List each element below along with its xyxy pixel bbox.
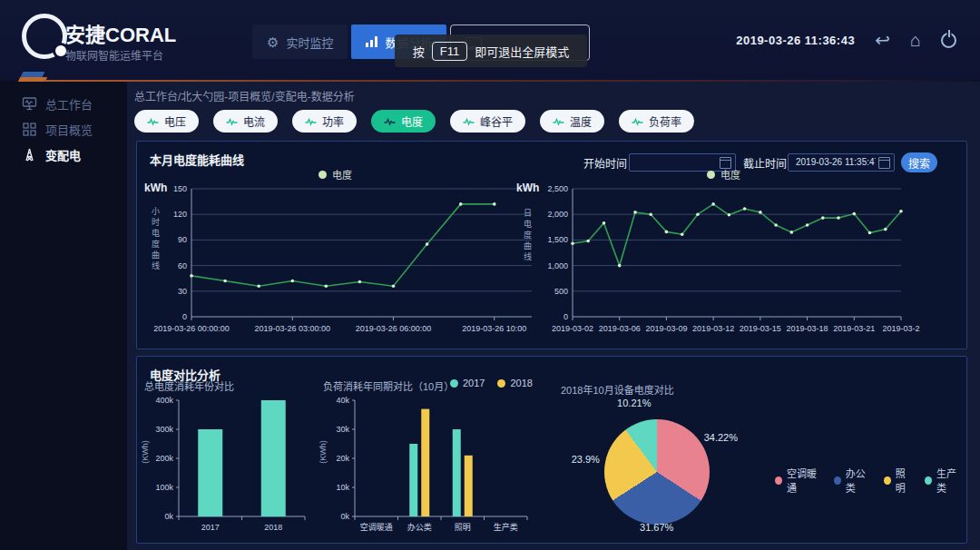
calendar-icon[interactable] <box>878 157 890 169</box>
sidebar-item-projects[interactable]: 项目概览 <box>0 116 127 142</box>
toast-suffix: 即可退出全屏模式 <box>475 43 569 60</box>
toast-prefix: 按 <box>413 43 425 60</box>
workbench-monitor-icon <box>22 96 37 112</box>
device-pie-chart: 空调暖通办公类照明生产类 34.22%31.67%23.9%10.21% <box>550 393 963 536</box>
datetime-display: 2019-03-26 11:36:43 <box>736 34 855 47</box>
svg-text:90: 90 <box>178 235 187 244</box>
svg-text:1,000: 1,000 <box>547 261 568 270</box>
panel-title: 本月电度能耗曲线 <box>150 151 244 168</box>
svg-text:30: 30 <box>178 287 187 296</box>
month-compare-bar-chart: 0k10k20k30k40k空调暖通办公类照明生产类 <box>314 393 541 538</box>
svg-text:30k: 30k <box>336 425 349 434</box>
svg-text:2019-03-26 06:00:00: 2019-03-26 06:00:00 <box>356 324 432 333</box>
tab-label: 电流 <box>243 113 265 129</box>
tab-label: 负荷率 <box>649 113 681 129</box>
svg-text:2019-03-09: 2019-03-09 <box>645 324 687 333</box>
sidebar-item-label: 变配电 <box>45 146 81 163</box>
pie-legend-item[interactable]: 照明 <box>884 466 913 495</box>
back-icon[interactable]: ↩ <box>875 31 890 49</box>
home-icon[interactable]: ⌂ <box>910 31 921 49</box>
svg-text:2019-03-26 03:00:00: 2019-03-26 03:00:00 <box>254 324 330 333</box>
pie-percent-label: 10.21% <box>617 398 651 408</box>
end-time-label: 截止时间 <box>743 155 787 171</box>
brand-subtitle: 物联网智能运维平台 <box>65 47 163 63</box>
pie-percent-label: 31.67% <box>640 522 673 533</box>
power-tower-icon <box>22 147 37 162</box>
tab-voltage[interactable]: 电压 <box>134 110 199 133</box>
svg-text:空调暖通: 空调暖通 <box>360 522 393 532</box>
fullscreen-toast: 按 F11 即可退出全屏模式 <box>395 34 587 67</box>
brand-logo-icon <box>22 14 67 59</box>
legend-label: 2017 <box>463 378 485 388</box>
tab-label: 电压 <box>164 113 186 129</box>
svg-text:100k: 100k <box>155 483 173 492</box>
legend-item-2018[interactable]: 2018 <box>497 378 532 388</box>
svg-text:2,000: 2,000 <box>547 210 568 219</box>
f11-key-badge: F11 <box>432 42 467 61</box>
tab-energy[interactable]: 电度 <box>371 110 436 133</box>
legend-dot <box>925 476 932 485</box>
sidebar-item-label: 项目概览 <box>45 121 93 138</box>
top-header: 安捷CORAL 物联网智能运维平台 ⚙ 实时监控 数据分析 按 F11 即可退出… <box>0 0 980 80</box>
legend-label: 办公类 <box>846 466 872 495</box>
nav-item-label: 实时监控 <box>286 34 333 51</box>
svg-text:2018: 2018 <box>264 523 282 532</box>
legend-dot <box>497 379 505 388</box>
legend-dot <box>775 476 782 485</box>
svg-text:2019-03-18: 2019-03-18 <box>787 324 828 333</box>
svg-text:150: 150 <box>173 184 187 193</box>
sidebar-item-workbench[interactable]: 总工作台 <box>0 91 127 116</box>
pulse-icon <box>632 117 643 126</box>
svg-text:2017: 2017 <box>201 523 220 532</box>
legend-label: 空调暖通 <box>787 466 822 495</box>
sidebar: 总工作台 项目概览 变配电 <box>0 82 127 550</box>
pie-legend-item[interactable]: 生产类 <box>925 466 963 495</box>
tab-peak-valley[interactable]: 峰谷平 <box>450 110 525 133</box>
svg-text:10k: 10k <box>336 483 349 492</box>
svg-text:生产类: 生产类 <box>494 522 518 532</box>
svg-text:0k: 0k <box>164 512 173 521</box>
svg-text:2019-03-02: 2019-03-02 <box>552 324 593 333</box>
pie-circle <box>604 419 710 525</box>
year-compare-bar-chart: 0k100k200k300k400k20172018 <box>137 393 314 538</box>
search-button[interactable]: 搜索 <box>901 152 937 172</box>
tab-load-rate[interactable]: 负荷率 <box>619 110 694 133</box>
app-root: 安捷CORAL 物联网智能运维平台 ⚙ 实时监控 数据分析 按 F11 即可退出… <box>0 0 980 550</box>
grid-icon <box>22 122 37 137</box>
svg-text:2019-03-21: 2019-03-21 <box>833 324 875 333</box>
tab-label: 功率 <box>322 113 344 129</box>
svg-text:0k: 0k <box>340 512 349 521</box>
legend-label: 2018 <box>510 378 532 388</box>
breadcrumb: 总工作台/北大勺园-项目概览/变配电-数据分析 <box>134 88 355 103</box>
pulse-icon <box>305 117 317 126</box>
sidebar-item-power-distribution[interactable]: 变配电 <box>0 142 127 167</box>
tab-power[interactable]: 功率 <box>292 110 357 133</box>
power-icon[interactable] <box>941 33 956 48</box>
pie-legend-item[interactable]: 空调暖通 <box>775 466 822 495</box>
pie-legend-item[interactable]: 办公类 <box>834 466 872 495</box>
nav-item-realtime[interactable]: ⚙ 实时监控 <box>252 25 348 59</box>
pie-percent-label: 34.22% <box>704 432 738 443</box>
legend-item-2017[interactable]: 2017 <box>450 378 485 388</box>
brand-title: 安捷CORAL <box>65 18 176 47</box>
svg-text:200k: 200k <box>155 454 173 463</box>
gear-icon: ⚙ <box>267 35 279 49</box>
svg-text:120: 120 <box>173 210 187 219</box>
svg-text:2019-03-26 00:00:00: 2019-03-26 00:00:00 <box>153 324 230 333</box>
pie-legend: 空调暖通办公类照明生产类 <box>775 466 963 495</box>
energy-curve-panel: 本月电度能耗曲线 电度 kWh 小时电度曲线 03060901201502019… <box>136 141 967 349</box>
tab-current[interactable]: 电流 <box>213 110 278 133</box>
svg-text:2019-03-12: 2019-03-12 <box>692 324 734 333</box>
svg-text:2019-03-26 10:00: 2019-03-26 10:00 <box>462 324 526 333</box>
tab-temperature[interactable]: 温度 <box>540 110 604 133</box>
pulse-icon <box>147 117 159 126</box>
svg-text:2,500: 2,500 <box>547 184 568 193</box>
energy-compare-panel: 电度对比分析 总电度消耗年份对比 (KWh) 0k100k200k300k400… <box>136 356 967 544</box>
svg-text:1,500: 1,500 <box>547 235 568 244</box>
pulse-icon <box>226 117 238 126</box>
year-compare-title: 总电度消耗年份对比 <box>144 378 234 393</box>
pulse-icon <box>553 117 564 126</box>
y-axis-name: 日电度曲线 <box>522 209 534 263</box>
svg-text:办公类: 办公类 <box>407 522 432 532</box>
legend-dot <box>834 476 841 485</box>
